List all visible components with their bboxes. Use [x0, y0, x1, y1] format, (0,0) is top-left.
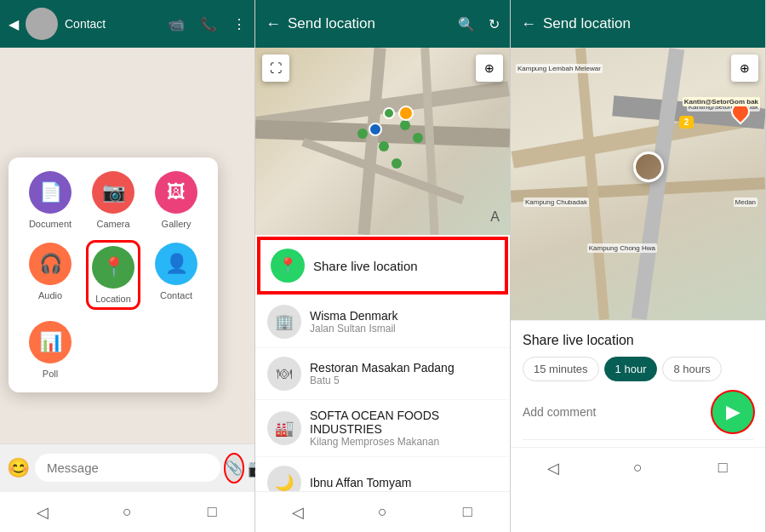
more-icon[interactable]: ⋮	[232, 16, 246, 32]
nav-bar-1: ◁ ○ □	[0, 491, 254, 532]
call-icon[interactable]: 📞	[200, 16, 217, 32]
nav-square[interactable]: □	[195, 495, 229, 529]
panel-send-location: ← Send location 🔍 ↻ ⛶ ⊕	[255, 0, 511, 532]
audio-icon: 🎧	[29, 243, 71, 285]
chat-header: ◀ Contact 📹 📞 ⋮	[0, 0, 254, 48]
nav-bar-2: ◁ ○ □	[255, 491, 510, 532]
back-icon-3[interactable]: ←	[521, 15, 536, 33]
map-badge: 2	[679, 116, 695, 129]
list-item[interactable]: 🍽 Restoran Masakan Padang Batu 5	[255, 348, 510, 400]
time-8hours-btn[interactable]: 8 hours	[662, 357, 721, 381]
attach-location[interactable]: 📍 Location	[89, 243, 138, 307]
loc-sub-0: Jalan Sultan Ismail	[310, 323, 397, 335]
loc-icon-3: 🌙	[267, 466, 301, 491]
nav-home[interactable]: ○	[110, 495, 144, 529]
message-bottom-bar: 😊 📎 📷 🎤	[0, 443, 254, 491]
loc-icon-0: 🏢	[267, 305, 301, 339]
loc-name-0: Wisma Denmark	[310, 309, 397, 323]
attach-contact[interactable]: 👤 Contact	[151, 243, 201, 307]
location-target-btn-3[interactable]: ⊕	[731, 54, 758, 82]
nav-back-2[interactable]: ◁	[281, 495, 315, 529]
send-location-header: ← Send location 🔍 ↻	[255, 0, 510, 48]
share-live-location-btn[interactable]: 📍 Share live location	[257, 237, 508, 295]
video-icon[interactable]: 📹	[168, 16, 185, 32]
back-arrow-icon[interactable]: ◀	[9, 16, 19, 32]
attach-poll[interactable]: 📊 Poll	[26, 321, 75, 379]
map-background: ⛶ ⊕ A	[255, 48, 510, 235]
location-target-btn[interactable]: ⊕	[476, 54, 503, 82]
comment-row: ▶	[523, 392, 753, 440]
document-label: Document	[29, 219, 71, 229]
message-input[interactable]	[35, 454, 220, 482]
chat-area: 📄 Document 📷 Camera 🖼 Gallery 🎧 Audio 📍 …	[0, 48, 254, 443]
attach-audio[interactable]: 🎧 Audio	[26, 243, 75, 307]
time-1hour-btn[interactable]: 1 hour	[604, 357, 658, 381]
map-label-3: Kampung Chubadak	[523, 197, 589, 207]
list-item[interactable]: 🏭 SOFTA OCEAN FOODS INDUSTRIES Kilang Me…	[255, 400, 510, 457]
header-icons-2: 🔍 ↻	[458, 16, 500, 32]
compass-icon: A	[490, 209, 500, 225]
time-15min-btn[interactable]: 15 minutes	[523, 357, 599, 381]
nav-home-3[interactable]: ○	[620, 451, 655, 485]
attach-camera[interactable]: 📷 Camera	[89, 171, 138, 229]
list-item[interactable]: 🌙 Ibnu Affan Tomyam	[255, 457, 510, 491]
nav-home-2[interactable]: ○	[365, 495, 399, 529]
user-location-pin	[633, 152, 664, 182]
gallery-label: Gallery	[162, 219, 192, 229]
share-live-icon: 📍	[271, 249, 305, 283]
expand-map-btn[interactable]: ⛶	[262, 54, 289, 82]
map-label-5: Medan	[734, 197, 757, 207]
location-label: Location	[95, 294, 131, 304]
list-item[interactable]: 🏢 Wisma Denmark Jalan Sultan Ismail	[255, 296, 510, 348]
refresh-icon[interactable]: ↻	[489, 16, 500, 32]
loc-name-2: SOFTA OCEAN FOODS INDUSTRIES	[310, 409, 498, 436]
comment-input[interactable]	[523, 405, 706, 419]
share-live-options: Share live location 15 minutes 1 hour 8 …	[511, 320, 765, 447]
poll-label: Poll	[43, 369, 58, 379]
nav-square-3[interactable]: □	[706, 451, 740, 485]
poll-icon: 📊	[29, 321, 71, 363]
back-icon-2[interactable]: ←	[266, 15, 281, 33]
avatar	[26, 8, 58, 40]
map-label-0: Kampung Lembah Melewar	[516, 64, 603, 73]
search-icon[interactable]: 🔍	[458, 16, 475, 32]
kantin-label: Kantin@SetorGom bak	[683, 97, 760, 106]
attach-btn[interactable]: 📎	[226, 455, 243, 482]
gallery-icon: 🖼	[155, 171, 197, 214]
attach-gallery[interactable]: 🖼 Gallery	[151, 171, 201, 229]
share-live-header: ← Send location	[511, 0, 765, 48]
panel2-title: Send location	[288, 15, 458, 32]
contact-icon: 👤	[155, 243, 197, 285]
map3-background: Kampung Lembah Melewar Kantin@SetorGom b…	[511, 48, 765, 320]
location-icon: 📍	[92, 246, 134, 289]
emoji-icon[interactable]: 😊	[7, 457, 30, 479]
share-live-title: Share live location	[523, 333, 753, 348]
large-map-view: Kampung Lembah Melewar Kantin@SetorGom b…	[511, 48, 765, 320]
loc-name-3: Ibnu Affan Tomyam	[310, 476, 411, 489]
map-view: ⛶ ⊕ A	[255, 48, 510, 235]
contact-label: Contact	[160, 290, 192, 300]
document-icon: 📄	[29, 171, 71, 214]
loc-sub-1: Batu 5	[310, 375, 454, 386]
contact-name: Contact	[65, 17, 161, 31]
location-list: 🏢 Wisma Denmark Jalan Sultan Ismail 🍽 Re…	[255, 296, 510, 491]
panel-share-live: ← Send location Kampung Lembah Melewar K…	[511, 0, 766, 532]
panel-chat: ◀ Contact 📹 📞 ⋮ 📄 Document 📷 Camera 🖼 Ga…	[0, 0, 255, 532]
panel3-title: Send location	[543, 15, 755, 32]
loc-icon-2: 🏭	[267, 411, 301, 445]
share-live-label: Share live location	[313, 259, 418, 273]
nav-bar-3: ◁ ○ □	[511, 447, 765, 488]
time-options-row: 15 minutes 1 hour 8 hours	[523, 357, 753, 381]
loc-sub-2: Kilang Memproses Makanan	[310, 436, 498, 448]
attachment-menu: 📄 Document 📷 Camera 🖼 Gallery 🎧 Audio 📍 …	[9, 157, 218, 392]
loc-icon-1: 🍽	[267, 357, 301, 391]
map-label-4: Kampung Chong Hwa	[587, 243, 657, 253]
camera-label: Camera	[96, 219, 129, 229]
audio-label: Audio	[38, 290, 62, 300]
nav-back-3[interactable]: ◁	[536, 451, 570, 485]
nav-square-2[interactable]: □	[450, 495, 484, 529]
send-icon: ▶	[726, 401, 740, 423]
nav-back[interactable]: ◁	[26, 495, 60, 529]
send-button[interactable]: ▶	[712, 392, 753, 432]
attach-document[interactable]: 📄 Document	[26, 171, 75, 229]
